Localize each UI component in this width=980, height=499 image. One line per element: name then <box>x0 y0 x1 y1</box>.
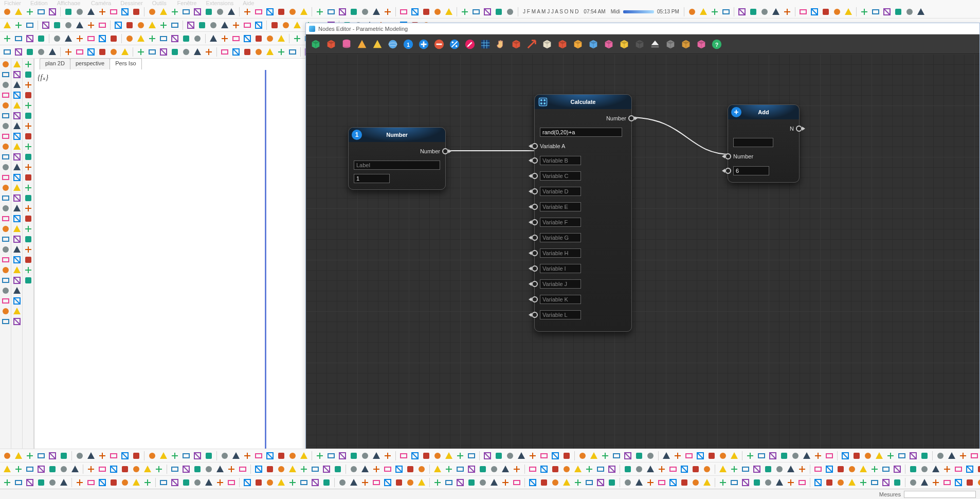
side-tool-button[interactable] <box>1 101 10 110</box>
tab-plan2d[interactable]: plan 2D <box>40 58 70 69</box>
side-tool-button[interactable] <box>1 70 10 79</box>
layers-icon[interactable] <box>633 38 646 51</box>
hand-icon[interactable] <box>494 38 507 51</box>
tool-button[interactable] <box>97 7 107 17</box>
tool-button[interactable] <box>242 33 252 44</box>
tool-button[interactable] <box>797 477 807 488</box>
tool-button[interactable] <box>645 477 656 488</box>
side-tool-button[interactable] <box>24 255 33 264</box>
tool-button[interactable] <box>253 33 264 44</box>
nodes-canvas[interactable]: 1 Number Number Calculate <box>306 54 979 498</box>
tool-button[interactable] <box>539 477 549 488</box>
tool-button[interactable] <box>737 7 747 17</box>
side-tool-button[interactable] <box>1 193 10 203</box>
tool-button[interactable] <box>287 47 298 57</box>
tool-button[interactable] <box>455 477 465 488</box>
pick-icon[interactable] <box>510 38 523 51</box>
tool-button[interactable] <box>539 451 549 461</box>
tool-button[interactable] <box>478 477 488 488</box>
tool-button[interactable] <box>500 477 511 488</box>
note-icon[interactable] <box>618 38 631 51</box>
tool-button[interactable] <box>752 477 762 488</box>
tool-button[interactable] <box>802 451 812 461</box>
tool-button[interactable] <box>226 7 237 17</box>
tool-button[interactable] <box>253 47 264 57</box>
tool-button[interactable] <box>192 47 203 57</box>
tool-button[interactable] <box>292 33 302 44</box>
tool-button[interactable] <box>215 7 225 17</box>
node-calculate-var-input[interactable] <box>540 279 581 289</box>
tool-button[interactable] <box>276 47 286 57</box>
side-tool-button[interactable] <box>24 142 33 151</box>
side-tool-button[interactable] <box>12 60 22 69</box>
tool-button[interactable] <box>444 451 454 461</box>
tool-button[interactable] <box>489 464 499 474</box>
node-calculate-var-input[interactable] <box>540 233 581 242</box>
tool-button[interactable] <box>919 477 930 488</box>
tool-button[interactable] <box>786 464 796 474</box>
tool-button[interactable] <box>75 477 85 488</box>
tool-button[interactable] <box>13 451 24 461</box>
cylinder-icon[interactable] <box>340 38 353 51</box>
tool-button[interactable] <box>432 7 443 17</box>
tool-button[interactable] <box>824 464 834 474</box>
tool-button[interactable] <box>976 464 980 474</box>
tool-button[interactable] <box>63 20 74 30</box>
tool-button[interactable] <box>299 477 309 488</box>
side-tool-button[interactable] <box>24 80 33 90</box>
side-tool-button[interactable] <box>24 183 33 192</box>
side-tool-button[interactable] <box>12 317 22 326</box>
tool-button[interactable] <box>265 464 275 474</box>
front-icon[interactable] <box>556 38 569 51</box>
tool-button[interactable] <box>13 47 24 57</box>
tool-button[interactable] <box>371 7 382 17</box>
tool-button[interactable] <box>158 7 169 17</box>
side-tool-button[interactable] <box>12 245 22 254</box>
side-tool-button[interactable] <box>24 204 33 213</box>
tool-button[interactable] <box>108 33 119 44</box>
tool-button[interactable] <box>607 477 617 488</box>
grid-icon[interactable] <box>479 38 492 51</box>
node-calculate-var-port[interactable] <box>532 296 538 302</box>
tool-button[interactable] <box>634 477 644 488</box>
side-tool-button[interactable] <box>12 121 22 131</box>
tool-button[interactable] <box>63 47 74 57</box>
tool-button[interactable] <box>41 20 51 30</box>
side-tool-button[interactable] <box>12 193 22 203</box>
tool-button[interactable] <box>684 451 694 461</box>
tool-button[interactable] <box>238 464 248 474</box>
tool-button[interactable] <box>321 464 332 474</box>
tool-button[interactable] <box>337 451 348 461</box>
tool-button[interactable] <box>147 47 157 57</box>
tool-button[interactable] <box>321 477 332 488</box>
tool-button[interactable] <box>410 451 420 461</box>
tool-button[interactable] <box>70 464 80 474</box>
tool-button[interactable] <box>494 7 504 17</box>
tool-button[interactable] <box>287 464 298 474</box>
tool-button[interactable] <box>859 7 869 17</box>
side-tool-button[interactable] <box>24 224 33 234</box>
tool-button[interactable] <box>512 464 522 474</box>
tool-button[interactable] <box>124 20 135 30</box>
node-calculate-varA-port[interactable] <box>532 143 538 149</box>
tool-button[interactable] <box>561 464 572 474</box>
tool-button[interactable] <box>47 477 58 488</box>
tool-button[interactable] <box>782 7 792 17</box>
side-tool-button[interactable] <box>1 245 10 254</box>
node-calculate-var-port[interactable] <box>532 219 538 225</box>
tool-button[interactable] <box>942 464 952 474</box>
tool-button[interactable] <box>908 464 918 474</box>
side-tool-button[interactable] <box>24 163 33 172</box>
side-tool-button[interactable] <box>12 296 22 306</box>
tool-button[interactable] <box>63 7 74 17</box>
side-tool-button[interactable] <box>24 152 33 162</box>
node-calculate-var-input[interactable] <box>540 264 581 273</box>
tool-button[interactable] <box>729 451 739 461</box>
node-add-in-port[interactable] <box>725 153 731 159</box>
tool-button[interactable] <box>2 477 12 488</box>
tool-button[interactable] <box>310 464 320 474</box>
tool-button[interactable] <box>86 451 96 461</box>
tool-button[interactable] <box>745 451 755 461</box>
tool-button[interactable] <box>25 7 35 17</box>
tool-button[interactable] <box>265 7 275 17</box>
